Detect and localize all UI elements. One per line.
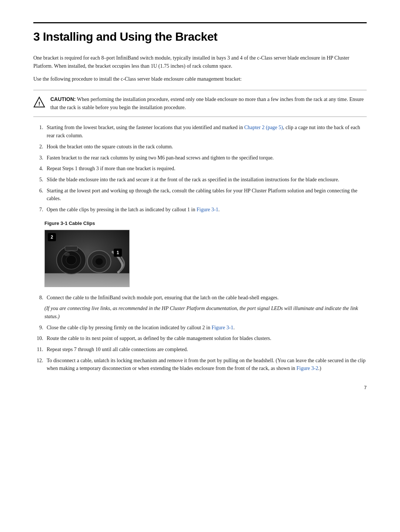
- step-12: To disconnect a cable, unlatch its locki…: [44, 357, 367, 373]
- caution-body: When performing the installation procedu…: [50, 97, 364, 110]
- step-8-note: (If you are connecting live links, as re…: [44, 304, 367, 320]
- svg-point-11: [64, 252, 70, 256]
- svg-text:!: !: [38, 100, 40, 107]
- step-7: Open the cable clips by pressing in the …: [44, 206, 367, 214]
- svg-point-6: [66, 255, 76, 265]
- step-1: Starting from the lowest bracket, using …: [44, 124, 367, 139]
- step-4: Repeat Steps 1 through 3 if more than on…: [44, 165, 367, 173]
- page-number: 7: [364, 385, 367, 390]
- caution-box: ! CAUTION: When performing the installat…: [33, 90, 367, 117]
- callout-badge-1: 1: [114, 249, 122, 257]
- intro-paragraph-1: One bracket is required for each 8–port …: [33, 54, 367, 70]
- chapter-title: 3 Installing and Using the Bracket: [33, 30, 367, 44]
- page-container: 3 Installing and Using the Bracket One b…: [0, 0, 400, 405]
- caution-label: CAUTION:: [50, 96, 76, 102]
- figure-3-2-link[interactable]: Figure 3-2: [297, 366, 319, 371]
- caution-text: CAUTION: When performing the installatio…: [50, 95, 367, 111]
- caution-triangle-icon: !: [33, 96, 45, 108]
- step-6: Starting at the lowest port and working …: [44, 187, 367, 203]
- figure-3-1-link-1[interactable]: Figure 3-1: [197, 207, 219, 212]
- figure-3-1-link-2[interactable]: Figure 3-1: [211, 325, 233, 330]
- svg-point-10: [96, 258, 103, 265]
- intro-paragraph-2: Use the following procedure to install t…: [33, 75, 367, 83]
- svg-rect-7: [65, 246, 78, 250]
- chapter-2-link[interactable]: Chapter 2 (page 5): [244, 125, 283, 130]
- step-11: Repeat steps 7 through 10 until all cabl…: [44, 346, 367, 354]
- steps-continued-list-2: Close the cable clip by pressing firmly …: [44, 324, 367, 373]
- step-10: Route the cable to its next point of sup…: [44, 334, 367, 343]
- figure-section: Figure 3-1 Cable Clips: [44, 220, 367, 287]
- chapter-header: 3 Installing and Using the Bracket: [33, 22, 367, 44]
- cable-clips-illustration: [45, 230, 129, 287]
- steps-list: Starting from the lowest bracket, using …: [44, 124, 367, 213]
- svg-rect-3: [45, 273, 129, 286]
- callout-badge-2: 2: [48, 233, 56, 241]
- step-5: Slide the blade enclosure into the rack …: [44, 176, 367, 184]
- step-8: Connect the cable to the InfiniBand swit…: [44, 294, 367, 302]
- steps-continued-list: Connect the cable to the InfiniBand swit…: [44, 294, 367, 302]
- step-2: Hook the bracket onto the square cutouts…: [44, 143, 367, 151]
- step-3: Fasten bracket to the rear rack columns …: [44, 154, 367, 162]
- step-9: Close the cable clip by pressing firmly …: [44, 324, 367, 332]
- figure-caption: Figure 3-1 Cable Clips: [44, 220, 367, 226]
- figure-image: 2 1: [44, 230, 130, 287]
